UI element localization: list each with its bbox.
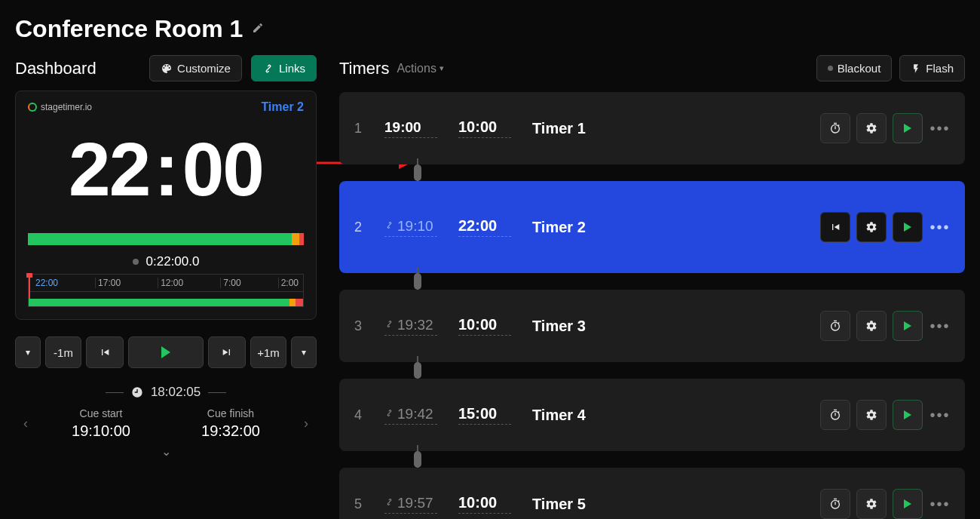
timer-row-duration[interactable]: 10:00 [458,118,511,138]
play-icon [904,223,911,232]
flash-button-label: Flash [926,62,954,75]
cue-clock: 18:02:05 [151,385,201,400]
big-time-seconds: 00 [182,127,263,211]
timer-row-play-button[interactable] [893,113,923,143]
timer-row[interactable]: 1 19:00 10:00 Timer 1 ••• [339,92,965,164]
timer-row-settings-button[interactable] [856,489,887,519]
timeline[interactable]: 22:0017:0012:007:002:00 [28,274,304,307]
timer-row-name[interactable]: Timer 2 [532,219,799,236]
play-icon [904,321,911,330]
brand-name: stagetimer.io [41,102,92,112]
timer-row-stopwatch-button[interactable] [820,489,850,519]
plus1m-button[interactable]: +1m [250,336,286,368]
timer-row[interactable]: 3 19:32 10:00 Timer 3 ••• [339,290,965,362]
timer-row-stopwatch-button[interactable] [820,400,850,430]
timer-row-duration[interactable]: 10:00 [458,316,511,336]
links-button-label: Links [279,62,305,75]
elapsed-time: 0:22:00.0 [146,254,200,269]
preview-timer-name: Timer 2 [261,100,304,114]
progress-bar [28,233,304,245]
timer-row-more-button[interactable]: ••• [929,407,951,424]
timer-row-settings-button[interactable] [856,311,887,341]
link-icon [384,220,394,232]
timeline-tick: 22:00 [33,278,58,288]
timer-row-start[interactable]: 19:32 [384,317,437,336]
timer-row-more-button[interactable]: ••• [929,318,951,335]
timer-row-duration[interactable]: 15:00 [458,405,511,425]
timer-row-duration[interactable]: 22:00 [458,217,511,237]
dashboard-title: Dashboard [15,59,140,78]
timer-row-name[interactable]: Timer 4 [532,407,799,424]
timer-row[interactable]: 5 19:57 10:00 Timer 5 ••• [339,468,965,519]
play-button[interactable] [128,336,204,368]
timer-row-index: 4 [353,407,363,423]
link-icon [384,408,394,420]
timer-row-name[interactable]: Timer 3 [532,318,799,335]
timer-row-stopwatch-button[interactable] [820,311,850,341]
links-button[interactable]: Links [251,55,317,81]
timer-row-play-button[interactable] [893,311,923,341]
play-icon [904,410,911,419]
skip-prev-icon [99,346,111,358]
cue-finish-value: 19:32:00 [166,422,296,440]
timer-row-index: 3 [353,318,363,334]
timer-row-start[interactable]: 19:42 [384,406,437,425]
timer-row-index: 1 [353,121,363,137]
prev-button[interactable] [86,336,124,368]
link-icon [384,319,394,331]
plus1m-menu-button[interactable]: ▾ [291,336,317,368]
play-icon [904,499,911,508]
timer-row-start[interactable]: 19:10 [384,218,437,237]
cue-start-label: Cue start [36,407,166,419]
timer-row-prev-button[interactable] [820,212,850,242]
timeline-tick: 2:00 [278,278,299,288]
timer-row-stopwatch-button[interactable] [820,113,850,143]
timer-row-start[interactable]: 19:57 [384,495,437,514]
timer-row-name[interactable]: Timer 5 [532,496,799,513]
customize-button[interactable]: Customize [149,55,242,81]
link-icon [384,497,394,509]
minus1m-menu-button[interactable]: ▾ [15,336,41,368]
next-button[interactable] [208,336,246,368]
timer-row-settings-button[interactable] [856,400,887,430]
flash-icon [911,63,921,74]
cue-expand-button[interactable]: ⌄ [15,444,317,459]
timeline-tick: 7:00 [220,278,240,288]
brand-logo: stagetimer.io [28,102,92,112]
timer-row-index: 2 [353,220,363,235]
cue-prev-button[interactable]: ‹ [15,416,36,431]
timer-row-start[interactable]: 19:00 [384,119,437,138]
play-icon [904,124,911,133]
timer-row-play-button[interactable] [893,400,923,430]
cue-next-button[interactable]: › [296,416,317,431]
flash-button[interactable]: Flash [899,55,965,81]
palette-icon [161,63,173,75]
blackout-icon [828,66,833,71]
timer-row-name[interactable]: Timer 1 [532,120,799,137]
timer-row-settings-button[interactable] [856,113,887,143]
minus1m-button[interactable]: -1m [45,336,81,368]
blackout-button[interactable]: Blackout [816,55,893,81]
timer-row[interactable]: 2 19:10 22:00 Timer 2 ••• [339,181,965,273]
timer-row-more-button[interactable]: ••• [929,219,951,236]
timers-actions-menu[interactable]: Actions▾ [397,62,443,75]
timer-row-play-button[interactable] [893,212,923,242]
cue-block: 18:02:05 ‹ Cue start 19:10:00 Cue finish… [15,385,317,459]
timer-row-more-button[interactable]: ••• [929,120,951,137]
skip-next-icon [221,346,233,358]
timer-row-play-button[interactable] [893,489,923,519]
edit-title-icon[interactable] [252,22,264,37]
timeline-tick: 12:00 [158,278,183,288]
link-icon [262,63,274,75]
timer-row-more-button[interactable]: ••• [929,496,951,513]
cue-finish-label: Cue finish [166,407,296,419]
timer-row-duration[interactable]: 10:00 [458,494,511,514]
timer-row[interactable]: 4 19:42 15:00 Timer 4 ••• [339,379,965,451]
transport-controls: ▾ -1m +1m ▾ [15,336,317,368]
page-title: Conference Room 1 [15,15,243,43]
brand-logo-icon [28,103,37,112]
timer-row-index: 5 [353,496,363,512]
timer-row-settings-button[interactable] [856,212,887,242]
timeline-tick: 17:00 [95,278,121,288]
timer-preview-card: stagetimer.io Timer 2 22:00 0:22:00.0 22… [15,91,317,320]
